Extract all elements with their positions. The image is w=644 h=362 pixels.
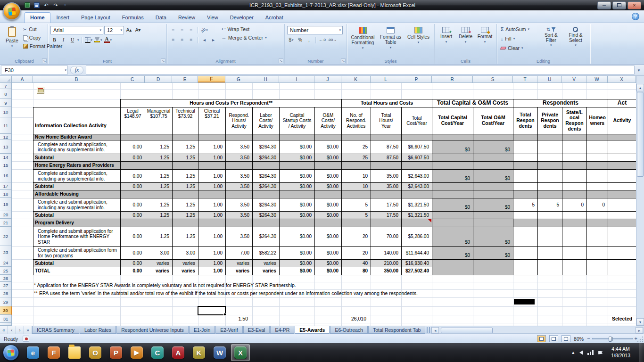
group-header-T9[interactable]: Respondents: [513, 99, 608, 107]
cell-F18[interactable]: [198, 190, 225, 198]
zoom-track[interactable]: [592, 338, 633, 339]
cell-G25[interactable]: varies: [225, 267, 252, 275]
taskbar-firefox[interactable]: F: [44, 344, 63, 361]
ribbon-tab-page-layout[interactable]: Page Layout: [75, 12, 116, 23]
cell-S25[interactable]: [473, 267, 513, 275]
cell-J13[interactable]: $0.00: [314, 140, 341, 154]
group-header-R9[interactable]: Total Capital & O&M Costs: [432, 99, 513, 107]
scroll-down-button[interactable]: ▼: [636, 318, 644, 326]
cell-styles-button[interactable]: Cell Styles ▾: [405, 25, 432, 58]
activity-label-24[interactable]: Subtotal: [33, 259, 120, 267]
cell-I12[interactable]: [279, 134, 314, 140]
column-label-D[interactable]: Managerial $107.75: [145, 107, 172, 134]
cell-X13[interactable]: [608, 140, 636, 154]
expand-formula-bar-button[interactable]: ▾: [635, 66, 643, 74]
action-center-icon[interactable]: [598, 351, 603, 354]
row-header-13[interactable]: 13: [0, 140, 12, 154]
cell-K25[interactable]: 80: [341, 267, 371, 275]
cell-I13[interactable]: $0.00: [279, 140, 314, 154]
cell-L21[interactable]: [371, 219, 401, 227]
comma-style-button[interactable]: ,: [305, 36, 313, 44]
horizontal-scrollbar[interactable]: ◂ ▸: [431, 327, 644, 334]
cell-R25[interactable]: [432, 267, 473, 275]
cell-S15[interactable]: [473, 161, 513, 169]
next-sheet-button[interactable]: ›: [16, 326, 24, 334]
num-K31[interactable]: 26,010: [341, 315, 371, 323]
cell-C22[interactable]: 0.00: [120, 227, 145, 246]
taskbar-clock[interactable]: 4:44 AM 1/8/2013: [607, 346, 635, 359]
zoom-out-button[interactable]: −: [587, 336, 590, 341]
taskbar-internet-explorer[interactable]: e: [24, 344, 42, 361]
cell-W12[interactable]: [586, 134, 608, 140]
cell-H20[interactable]: $264.30: [252, 211, 279, 219]
cell-C15[interactable]: [120, 161, 145, 169]
cell-G21[interactable]: [225, 219, 252, 227]
activity-label-25[interactable]: TOTAL: [33, 267, 120, 275]
cell-U24[interactable]: [537, 259, 562, 267]
sheet-tab-e4-pr[interactable]: E4-PR: [270, 326, 294, 334]
cell-I25[interactable]: $0.00: [279, 267, 314, 275]
paste-button[interactable]: Paste ▾: [3, 25, 21, 50]
column-label-S[interactable]: Total O&M Cost/Year: [473, 107, 513, 134]
scroll-left-button[interactable]: ◂: [431, 327, 439, 334]
fill-color-button[interactable]: ▾: [94, 36, 103, 44]
row-header-22[interactable]: 22: [0, 227, 12, 246]
cell-T12[interactable]: [513, 134, 537, 140]
column-header-U[interactable]: U: [537, 76, 562, 82]
cell-J19[interactable]: $0.00: [314, 198, 341, 211]
column-header-I[interactable]: I: [279, 76, 314, 82]
cell-G24[interactable]: varies: [225, 259, 252, 267]
cell-F21[interactable]: [198, 219, 225, 227]
cell-G23[interactable]: 7.00: [225, 246, 252, 259]
cell-D17[interactable]: 1.25: [145, 182, 172, 190]
cell-C19[interactable]: 0.00: [120, 198, 145, 211]
cell-F17[interactable]: 1.00: [198, 182, 225, 190]
cell-H25[interactable]: varies: [252, 267, 279, 275]
cell-I16[interactable]: $0.00: [279, 169, 314, 182]
row-header-15[interactable]: 15: [0, 161, 12, 169]
volume-icon[interactable]: [579, 350, 583, 355]
alignment-dialog-launcher[interactable]: ↘: [279, 58, 283, 63]
page-layout-view-button[interactable]: [549, 335, 558, 342]
cell-R14[interactable]: [432, 154, 473, 161]
cell-E17[interactable]: 1.25: [172, 182, 198, 190]
cell-F20[interactable]: 1.00: [198, 211, 225, 219]
cell-S21[interactable]: [473, 219, 513, 227]
cell-L15[interactable]: [371, 161, 401, 169]
cell-W20[interactable]: [586, 211, 608, 219]
cell-D13[interactable]: 1.25: [145, 140, 172, 154]
office-button[interactable]: [3, 2, 21, 20]
align-bottom-button[interactable]: ≡: [187, 26, 195, 34]
cell-U15[interactable]: [537, 161, 562, 169]
cell-V15[interactable]: [562, 161, 586, 169]
ribbon-tab-review[interactable]: Review: [173, 12, 201, 23]
cell-W13[interactable]: [586, 140, 608, 154]
cell-R24[interactable]: [432, 259, 473, 267]
cell-I20[interactable]: $0.00: [279, 211, 314, 219]
row-header-29[interactable]: 29: [0, 297, 12, 306]
cell-E14[interactable]: 1.25: [172, 154, 198, 161]
group-header-X9[interactable]: Act: [608, 99, 636, 107]
boldtext-X31[interactable]: Selected: [608, 315, 636, 323]
cell-G22[interactable]: 3.50: [225, 227, 252, 246]
cell-C18[interactable]: [120, 190, 145, 198]
activity-label-14[interactable]: Subtotal: [33, 154, 120, 161]
fill-button[interactable]: ↓Fill▾: [499, 34, 538, 43]
cell-P12[interactable]: [401, 134, 432, 140]
column-header-C[interactable]: C: [120, 76, 145, 82]
cell-R12[interactable]: [432, 134, 473, 140]
column-header-F[interactable]: F: [198, 76, 225, 82]
column-header-D[interactable]: D: [145, 76, 172, 82]
cell-I15[interactable]: [279, 161, 314, 169]
scroll-up-button[interactable]: ▲: [636, 84, 644, 91]
cell-T25[interactable]: [513, 267, 537, 275]
help-button[interactable]: ?: [632, 13, 639, 20]
cell-C23[interactable]: 0.00: [120, 246, 145, 259]
cell-R23[interactable]: $0: [432, 246, 473, 259]
close-button[interactable]: ×: [627, 1, 641, 9]
cell-T18[interactable]: [513, 190, 537, 198]
cell-T17[interactable]: [513, 182, 537, 190]
cell-H24[interactable]: varies: [252, 259, 279, 267]
first-sheet-button[interactable]: «: [0, 326, 8, 334]
cell-X14[interactable]: [608, 154, 636, 161]
